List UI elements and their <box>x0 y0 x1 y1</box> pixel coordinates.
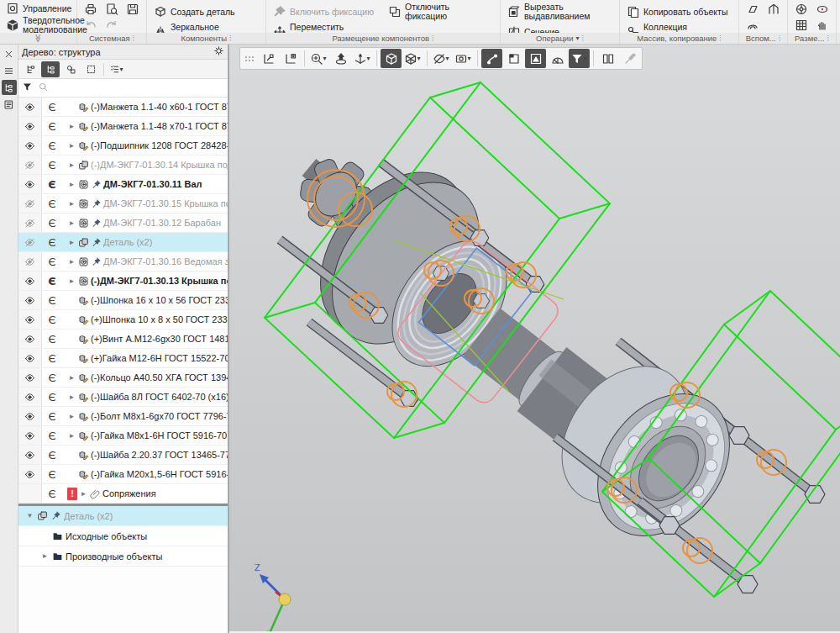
ribbon-icon-button[interactable] <box>813 18 832 32</box>
tree-item[interactable]: Є►(-)Шайба 8Л ГОСТ 6402-70 (x16) <box>18 388 228 407</box>
visibility-toggle[interactable] <box>18 214 42 232</box>
expand-arrow[interactable]: ► <box>40 552 50 560</box>
viewport-tool-frame[interactable] <box>503 49 524 68</box>
tree-toolbar-composition[interactable] <box>61 61 80 77</box>
visibility-toggle[interactable] <box>18 310 42 329</box>
tree-item[interactable]: Є►(-)ДМ-ЭКГ7-01.30.14 Крышка под <box>18 156 228 175</box>
ribbon-icon-button[interactable] <box>792 2 811 16</box>
panel-tab-tree-view[interactable] <box>2 80 17 95</box>
ribbon-button[interactable]: Создать деталь <box>151 2 261 22</box>
toolbar-drag-handle[interactable] <box>242 49 257 68</box>
ribbon-icon-button[interactable] <box>743 18 762 32</box>
group-menu-handle[interactable]: ⁞ <box>581 34 584 43</box>
tree-item[interactable]: Є►ДМ-ЭКГ7-01.30.16 Ведомая зве <box>18 252 228 272</box>
visibility-toggle[interactable] <box>18 194 42 213</box>
tree-item[interactable]: Є(+)Винт А.М12-6gx30 ГОСТ 1481-8 <box>18 330 228 349</box>
expand-arrow[interactable]: ► <box>67 374 76 382</box>
ribbon-icon-button[interactable] <box>123 2 142 16</box>
expand-arrow[interactable]: ► <box>67 239 76 246</box>
ribbon-icon-button[interactable] <box>102 18 121 32</box>
tree-item[interactable]: Є►(-)Гайка М8x1-6Н ГОСТ 5916-70 (x <box>18 426 228 446</box>
expand-arrow[interactable]: ► <box>67 200 76 208</box>
ribbon-icon-button[interactable] <box>743 2 762 16</box>
tree-item[interactable]: Є(-)Шпонка 16 x 10 x 56 ГОСТ 23360 <box>18 291 228 310</box>
group-menu-handle[interactable]: ⁞ <box>719 34 722 43</box>
visibility-toggle[interactable] <box>18 446 42 464</box>
tree-item[interactable]: Є►ДМ-ЭКГ7-01.30.12 Барабан <box>18 214 228 233</box>
expand-arrow[interactable]: ► <box>67 393 76 401</box>
viewport-tool-display-cube[interactable] <box>381 49 402 68</box>
tree-item[interactable]: Є!►Сопряжения <box>18 484 228 504</box>
tree-item[interactable]: Є(-)Манжета 1.1-40 x60-1 ГОСТ 875 <box>18 98 228 117</box>
visibility-toggle[interactable] <box>18 388 42 406</box>
viewport-3d[interactable]: Z ▾▾▾▾▾▾ <box>229 45 840 633</box>
visibility-toggle[interactable] <box>18 98 42 116</box>
viewport-tool-zoom-area[interactable]: ▾ <box>308 49 329 68</box>
tree-toolbar-tree-structure[interactable] <box>21 61 39 77</box>
panel-tab-doc-panel[interactable] <box>2 97 17 112</box>
tree-item[interactable]: Є►(-)Кольцо А40.50 ХГА ГОСТ 13942 <box>18 368 228 388</box>
ribbon-icon-button[interactable] <box>764 2 783 16</box>
visibility-toggle[interactable] <box>18 407 42 425</box>
expand-arrow[interactable]: ► <box>67 219 76 227</box>
viewport-tool-protractor[interactable] <box>547 49 568 68</box>
visibility-toggle[interactable] <box>18 156 42 174</box>
ribbon-button[interactable]: Копировать объекты <box>624 2 734 22</box>
viewport-tool-filter-funnel[interactable]: ▾ <box>569 49 590 68</box>
subpanel-item[interactable]: ▼Деталь (x2) <box>18 506 228 526</box>
group-menu-handle[interactable]: ⁞ <box>229 34 232 43</box>
viewport-tool-orient-arrow[interactable] <box>330 49 351 68</box>
filter-icon[interactable] <box>22 81 33 96</box>
panel-tab-close-x[interactable] <box>2 46 17 61</box>
visibility-toggle[interactable] <box>18 291 42 309</box>
ribbon-button[interactable]: Включить фиксацию <box>270 2 381 22</box>
tree-item[interactable]: Є►ДМ-ЭКГ7-01.30.11 Вал <box>18 175 228 194</box>
visibility-toggle[interactable] <box>18 252 42 271</box>
tree-item[interactable]: Є►(-)Болт М8x1-6gx70 ГОСТ 7796-70 <box>18 407 228 426</box>
visibility-toggle[interactable] <box>18 426 42 445</box>
viewport-tool-eyedropper[interactable] <box>619 49 640 68</box>
visibility-toggle[interactable] <box>18 465 42 483</box>
expand-arrow[interactable]: ► <box>67 161 76 169</box>
tree-item[interactable]: Є(+)Гайка М12-6Н ГОСТ 15522-70 <box>18 349 228 368</box>
subpanel-item[interactable]: ►Производные объекты <box>18 546 228 567</box>
tree-item[interactable]: Є(-)Гайка М20x1,5-6Н ГОСТ 5916-7 <box>18 465 228 484</box>
tree-toolbar-marquee[interactable] <box>81 61 100 77</box>
tree-item[interactable]: Є►(-)Подшипник 1208 ГОСТ 28428-9 <box>18 136 228 156</box>
visibility-toggle[interactable] <box>18 484 42 503</box>
tree-item[interactable]: Є(-)Шайба 2.20.37 ГОСТ 13465-77 <box>18 446 228 465</box>
viewport-tool-scene-options[interactable]: ▾ <box>453 49 474 68</box>
ribbon-button[interactable]: Отключить фиксацию <box>386 2 496 22</box>
group-menu-handle[interactable]: ⁞ <box>827 34 829 43</box>
expand-arrow[interactable]: ► <box>67 123 76 130</box>
model-scene[interactable]: Z <box>229 45 840 631</box>
expand-arrow[interactable]: ► <box>67 181 76 188</box>
ribbon-icon-button[interactable] <box>81 2 100 16</box>
visibility-toggle[interactable] <box>18 368 42 387</box>
panel-tab-list-panel[interactable] <box>2 63 17 78</box>
tree-item[interactable]: Є(+)Шпонка 10 x 8 x 50 ГОСТ 23360- <box>18 310 228 330</box>
tree-item[interactable]: Є►(-)ДМ-ЭКГ7-01.30.13 Крышка под <box>18 272 228 291</box>
ribbon-collapse[interactable]: ≫ <box>0 33 76 44</box>
group-menu-handle[interactable]: ⁞ <box>779 34 781 43</box>
chevron-down-icon[interactable]: ▾ <box>575 34 579 42</box>
expand-arrow[interactable]: ► <box>67 277 76 285</box>
tree-item[interactable]: Є►ДМ-ЭКГ7-01.30.15 Крышка под <box>18 194 228 214</box>
viewport-tool-display-wireframe[interactable]: ▾ <box>402 49 423 68</box>
tree-item[interactable]: Є►Деталь (x2) <box>18 233 228 252</box>
expand-arrow[interactable]: ► <box>67 413 76 420</box>
tree-item[interactable]: Є►(-)Манжета 1.1-48 x70-1 ГОСТ 875 <box>18 117 228 136</box>
visibility-toggle[interactable] <box>18 330 42 348</box>
ribbon-icon-button[interactable] <box>102 2 121 16</box>
menu-button-upravlenie[interactable]: Управление <box>4 2 72 15</box>
ribbon-button[interactable]: Вырезать выдавливанием <box>505 2 615 22</box>
visibility-toggle[interactable] <box>18 233 42 251</box>
viewport-tool-render-mode[interactable] <box>525 49 546 68</box>
tree-toolbar-checklist[interactable]: ▾ <box>108 61 126 77</box>
tree-toolbar-tree-view[interactable] <box>41 61 60 77</box>
viewport-tool-sketch-corner-new[interactable] <box>280 49 301 68</box>
gear-icon[interactable] <box>213 45 224 58</box>
viewport-tool-columns[interactable] <box>597 49 618 68</box>
expand-arrow[interactable]: ► <box>79 490 88 498</box>
visibility-toggle[interactable] <box>18 175 42 193</box>
